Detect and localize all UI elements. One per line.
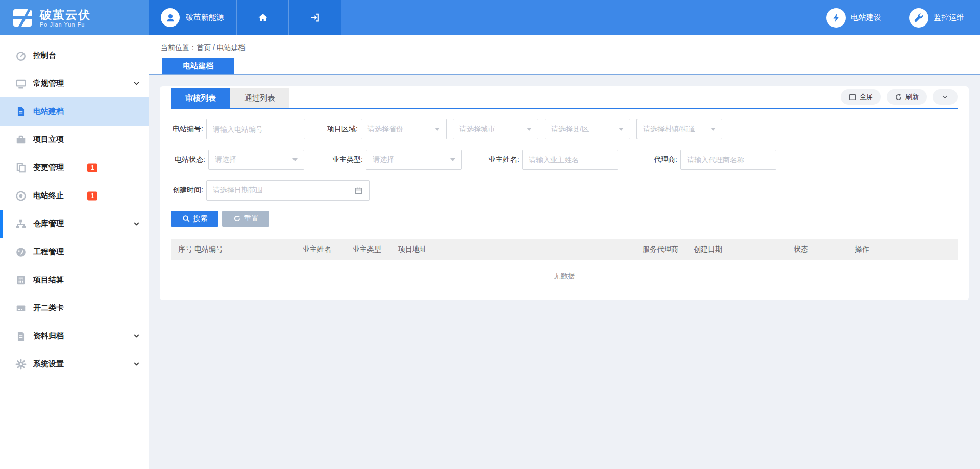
- station-status-placeholder: 请选择: [215, 155, 288, 164]
- panel-tabs-row: 审核列表 通过列表 全屏: [171, 88, 958, 109]
- filter-actions: 搜索 重置: [171, 211, 958, 227]
- breadcrumb: 当前位置：首页 / 电站建档: [161, 43, 246, 53]
- caret-down-icon: [527, 128, 532, 131]
- col-status: 状态: [794, 245, 855, 254]
- calculator-icon: [15, 275, 27, 286]
- date-range-picker[interactable]: 请选择日期范围: [206, 180, 370, 201]
- breadcrumb-current: 电站建档: [217, 43, 246, 52]
- search-button[interactable]: 搜索: [171, 211, 218, 227]
- tab-passed-list[interactable]: 通过列表: [230, 88, 289, 108]
- sidebar: 控制台 常规管理 电站建档 项: [0, 35, 149, 469]
- collapse-button[interactable]: [933, 89, 958, 105]
- owner-name-field[interactable]: [522, 150, 618, 170]
- panel-toolbar: 全屏 刷新: [841, 89, 958, 107]
- filter-row-2: 电站状态: 请选择 业主类型: 请选择 业主姓名:: [171, 150, 958, 170]
- create-time-label: 创建时间:: [171, 186, 203, 195]
- agent-input[interactable]: [687, 156, 770, 164]
- sidebar-item-station-termination[interactable]: 电站终止 1: [0, 182, 149, 210]
- filter-row-3: 创建时间: 请选择日期范围: [171, 180, 958, 201]
- fullscreen-button[interactable]: 全屏: [841, 89, 881, 105]
- owner-name-input[interactable]: [529, 156, 611, 164]
- brand-title: 破茧云伏: [40, 8, 91, 21]
- caret-down-icon: [619, 128, 624, 131]
- table-header-row: 序号 电站编号 业主姓名 业主类型 项目地址 服务代理商 创建日期 状态 操作: [171, 239, 958, 260]
- county-placeholder: 请选择县/区: [551, 125, 615, 134]
- menu-station-build[interactable]: 电站建设: [826, 8, 881, 28]
- col-station-no: 电站编号: [194, 245, 303, 254]
- sidebar-label: 系统设置: [33, 359, 64, 369]
- county-select[interactable]: 请选择县/区: [545, 119, 630, 139]
- town-select[interactable]: 请选择村镇/街道: [636, 119, 722, 139]
- sidebar-item-general-management[interactable]: 常规管理: [0, 69, 149, 97]
- owner-name-label: 业主姓名:: [462, 155, 519, 164]
- header-right-menu: 电站建设 监控运维: [341, 0, 980, 35]
- search-icon: [182, 215, 190, 223]
- notification-badge: 1: [87, 191, 97, 200]
- header-logout-button[interactable]: [289, 0, 341, 35]
- target-icon: [15, 190, 27, 202]
- col-index: 序号: [178, 245, 194, 254]
- sidebar-label: 开二类卡: [33, 303, 64, 313]
- search-label: 搜索: [193, 214, 208, 224]
- station-no-input[interactable]: [213, 125, 299, 133]
- reset-icon: [233, 215, 241, 223]
- sidebar-item-system-settings[interactable]: 系统设置: [0, 350, 149, 378]
- gear-icon: [15, 359, 27, 370]
- sidebar-label: 电站建档: [33, 107, 64, 116]
- agent-label: 代理商:: [618, 155, 677, 164]
- sidebar-label: 工程管理: [33, 247, 64, 257]
- notification-badge: 1: [87, 163, 97, 172]
- city-select[interactable]: 请选择城市: [453, 119, 538, 139]
- sidebar-item-console[interactable]: 控制台: [0, 41, 149, 69]
- avatar[interactable]: [161, 8, 180, 27]
- province-select[interactable]: 请选择省份: [361, 119, 447, 139]
- breadcrumb-home-link[interactable]: 首页: [197, 43, 211, 52]
- main-area: 当前位置：首页 / 电站建档 电站建档 审核列表 通过列表: [149, 35, 980, 469]
- header-home-button[interactable]: [237, 0, 289, 35]
- document-icon: [15, 106, 27, 117]
- sidebar-item-warehouse-management[interactable]: 仓库管理: [0, 210, 149, 238]
- header-user-section[interactable]: 破茧新能源: [149, 0, 237, 35]
- sidebar-item-change-management[interactable]: 变更管理 1: [0, 154, 149, 182]
- region-select-group: 请选择省份 请选择城市 请选择县/区: [361, 119, 722, 139]
- reset-label: 重置: [244, 214, 259, 224]
- refresh-label: 刷新: [905, 92, 919, 102]
- owner-type-select[interactable]: 请选择: [366, 150, 462, 170]
- project-region-label: 项目区域:: [305, 125, 358, 134]
- card-icon: [15, 303, 27, 314]
- caret-down-icon: [710, 128, 716, 131]
- brand-text: 破茧云伏 Po Jian Yun Fu: [40, 8, 91, 28]
- brand-subtitle: Po Jian Yun Fu: [40, 21, 91, 28]
- sidebar-item-station-archive[interactable]: 电站建档: [0, 97, 149, 126]
- lightning-icon: [826, 8, 846, 28]
- date-range-placeholder: 请选择日期范围: [213, 186, 354, 195]
- reset-button[interactable]: 重置: [222, 211, 270, 227]
- agent-field[interactable]: [680, 150, 776, 170]
- province-placeholder: 请选择省份: [368, 125, 431, 134]
- sidebar-label: 项目立项: [33, 135, 64, 144]
- page-tab-station-archive[interactable]: 电站建档: [162, 58, 234, 74]
- results-table: 序号 电站编号 业主姓名 业主类型 项目地址 服务代理商 创建日期 状态 操作 …: [171, 239, 958, 281]
- col-actions: 操作: [855, 245, 958, 254]
- sidebar-item-project-initiation[interactable]: 项目立项: [0, 126, 149, 154]
- filter-row-1: 电站编号: 项目区域: 请选择省份 请选择城市: [171, 119, 958, 139]
- solar-logo-icon: [11, 8, 34, 28]
- archive-icon: [15, 331, 27, 342]
- sidebar-item-data-archive[interactable]: 资料归档: [0, 322, 149, 350]
- briefcase-icon: [15, 134, 27, 145]
- sidebar-item-engineering-management[interactable]: 工程管理: [0, 238, 149, 266]
- city-placeholder: 请选择城市: [459, 125, 523, 134]
- refresh-icon: [895, 93, 902, 101]
- station-status-select[interactable]: 请选择: [208, 150, 304, 170]
- content-area: 审核列表 通过列表 全屏: [149, 75, 980, 469]
- sidebar-label: 仓库管理: [33, 219, 64, 229]
- station-no-field[interactable]: [206, 119, 305, 139]
- sidebar-label: 控制台: [33, 51, 56, 60]
- tab-review-list[interactable]: 审核列表: [171, 88, 230, 108]
- sidebar-item-type2-card[interactable]: 开二类卡: [0, 294, 149, 322]
- brand-logo: 破茧云伏 Po Jian Yun Fu: [0, 0, 149, 35]
- caret-down-icon: [450, 158, 455, 161]
- refresh-button[interactable]: 刷新: [887, 89, 927, 105]
- sidebar-item-project-settlement[interactable]: 项目结算: [0, 266, 149, 294]
- menu-monitor-ops[interactable]: 监控运维: [909, 8, 964, 28]
